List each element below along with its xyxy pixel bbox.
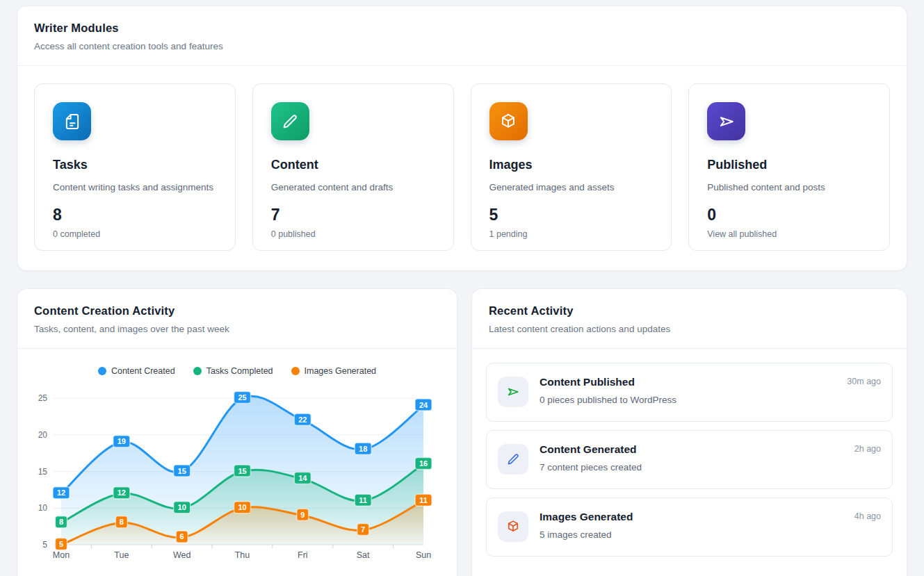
point-label: 14: [294, 472, 311, 484]
svg-text:15: 15: [178, 467, 186, 475]
recent-panel-header: Recent Activity Latest content creation …: [472, 289, 907, 349]
chart-panel-header: Content Creation Activity Tasks, content…: [17, 289, 457, 349]
card-value: 5: [489, 206, 654, 224]
card-description: Content writing tasks and assignments: [53, 181, 217, 194]
point-label: 8: [56, 516, 67, 528]
svg-text:7: 7: [361, 525, 365, 534]
card-title: Images: [489, 158, 654, 172]
recent-activity-panel: Recent Activity Latest content creation …: [471, 288, 907, 576]
chart-panel-title: Content Creation Activity: [34, 304, 440, 318]
point-label: 10: [174, 502, 191, 513]
recent-panel-title: Recent Activity: [489, 304, 890, 318]
svg-text:25: 25: [238, 393, 246, 402]
activity-list: Content Published 0 pieces published to …: [472, 349, 907, 570]
cube-icon: [498, 511, 528, 542]
activity-item-content-published[interactable]: Content Published 0 pieces published to …: [486, 363, 893, 422]
module-card-content[interactable]: Content Generated content and drafts 7 0…: [252, 83, 454, 251]
legend-label: Content Created: [111, 366, 175, 376]
svg-text:22: 22: [298, 415, 307, 424]
point-label: 16: [415, 458, 432, 470]
svg-text:5: 5: [59, 540, 63, 548]
point-label: 24: [415, 399, 432, 411]
activity-item-content-generated[interactable]: Content Generated 7 content pieces creat…: [486, 430, 893, 489]
svg-text:12: 12: [57, 488, 65, 497]
svg-text:12: 12: [117, 488, 126, 497]
writer-modules-panel: Writer Modules Access all content creati…: [17, 6, 907, 271]
send-icon: [498, 377, 528, 407]
module-card-tasks[interactable]: Tasks Content writing tasks and assignme…: [34, 83, 236, 251]
activity-timestamp: 4h ago: [854, 509, 881, 521]
svg-text:8: 8: [59, 518, 63, 526]
svg-text:Tue: Tue: [114, 550, 129, 560]
activity-timestamp: 2h ago: [854, 441, 881, 454]
point-label: 11: [355, 494, 371, 506]
svg-text:11: 11: [419, 496, 428, 504]
module-cards: Tasks Content writing tasks and assignme…: [17, 66, 907, 268]
point-label: 22: [294, 413, 311, 425]
activity-description: 5 images created: [540, 529, 843, 540]
legend-item[interactable]: Tasks Completed: [193, 365, 273, 377]
card-description: Published content and posts: [707, 181, 871, 194]
module-card-images[interactable]: Images Generated images and assets 5 1 p…: [471, 83, 672, 251]
svg-text:24: 24: [419, 401, 428, 409]
legend-dot: [291, 367, 300, 375]
svg-text:10: 10: [178, 503, 186, 511]
svg-text:Sat: Sat: [357, 550, 370, 560]
chart-legend: Content CreatedTasks CompletedImages Gen…: [17, 365, 457, 377]
card-title: Tasks: [53, 158, 217, 172]
point-label: 15: [174, 465, 191, 477]
legend-item[interactable]: Images Generated: [291, 365, 377, 377]
svg-text:25: 25: [38, 393, 48, 403]
svg-text:8: 8: [120, 518, 124, 526]
file-icon: [53, 102, 91, 140]
svg-text:11: 11: [359, 496, 367, 504]
card-value: 0: [707, 206, 871, 224]
card-title: Content: [271, 158, 435, 172]
svg-text:20: 20: [38, 430, 48, 440]
svg-text:15: 15: [238, 467, 246, 475]
point-label: 11: [415, 494, 432, 506]
activity-description: 0 pieces published to WordPress: [540, 395, 836, 405]
svg-text:9: 9: [300, 511, 305, 519]
card-subvalue: 0 published: [271, 229, 435, 239]
point-label: 25: [234, 392, 251, 404]
send-icon: [707, 102, 745, 140]
card-title: Published: [707, 158, 871, 172]
svg-text:Wed: Wed: [173, 550, 191, 560]
legend-dot: [193, 367, 202, 375]
svg-text:6: 6: [180, 532, 184, 541]
card-value: 8: [53, 206, 217, 224]
point-label: 12: [113, 487, 130, 499]
point-label: 5: [56, 538, 67, 550]
svg-text:5: 5: [42, 540, 47, 550]
activity-line-chart[interactable]: 252015105MonTueWedThuFriSatSun 12 19 15 …: [17, 379, 458, 576]
svg-text:10: 10: [38, 503, 48, 513]
svg-text:Thu: Thu: [235, 550, 250, 560]
page-subtitle: Access all content creation tools and fe…: [34, 41, 890, 51]
point-label: 19: [113, 436, 130, 447]
activity-title: Content Published: [540, 376, 836, 388]
point-label: 9: [297, 509, 309, 520]
svg-text:Fri: Fri: [298, 550, 308, 560]
svg-text:Mon: Mon: [53, 550, 70, 560]
activity-item-images-generated[interactable]: Images Generated 5 images created 4h ago: [486, 497, 893, 557]
legend-item[interactable]: Content Created: [98, 365, 175, 377]
card-subvalue: 0 completed: [53, 229, 217, 239]
svg-text:16: 16: [419, 459, 428, 468]
content-creation-activity-panel: Content Creation Activity Tasks, content…: [17, 288, 457, 576]
svg-text:18: 18: [359, 445, 367, 453]
module-card-published[interactable]: Published Published content and posts 0 …: [688, 83, 890, 251]
point-label: 6: [176, 531, 188, 543]
svg-text:Sun: Sun: [416, 550, 431, 560]
svg-text:19: 19: [117, 437, 126, 445]
point-label: 15: [234, 465, 251, 477]
activity-title: Content Generated: [540, 443, 843, 456]
svg-text:14: 14: [298, 474, 307, 482]
svg-text:15: 15: [38, 467, 48, 477]
page-title: Writer Modules: [34, 22, 890, 35]
activity-description: 7 content pieces created: [540, 462, 843, 472]
writer-modules-header: Writer Modules Access all content creati…: [17, 6, 907, 66]
card-description: Generated images and assets: [489, 181, 654, 194]
cube-icon: [489, 102, 528, 140]
legend-dot: [98, 367, 106, 375]
